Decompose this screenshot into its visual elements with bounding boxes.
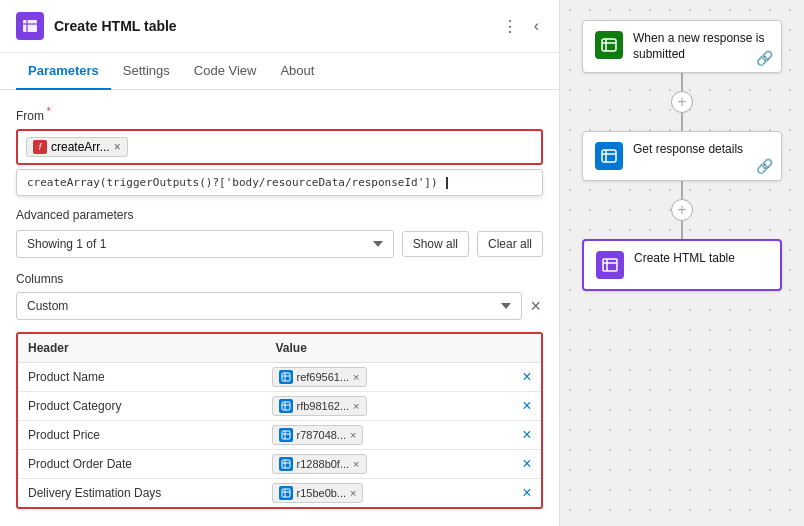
flow-canvas: When a new response is submitted 🔗 + Get…: [560, 0, 804, 526]
show-all-button[interactable]: Show all: [402, 231, 469, 257]
svg-rect-12: [282, 460, 290, 468]
svg-rect-6: [282, 402, 290, 410]
cursor: [446, 177, 448, 189]
svg-rect-0: [23, 20, 37, 32]
header-actions: ⋮ ‹: [498, 15, 543, 38]
columns-select-row: Custom ×: [16, 292, 543, 320]
flow-node-create-html[interactable]: Create HTML table: [582, 239, 782, 291]
tab-settings[interactable]: Settings: [111, 53, 182, 90]
row-delete-3[interactable]: ×: [522, 455, 531, 473]
row-delete-0[interactable]: ×: [522, 368, 531, 386]
value-token-3: r1288b0f... ×: [272, 454, 367, 474]
value-token-0: ref69561... ×: [272, 367, 367, 387]
connector-line-1: [681, 73, 683, 91]
value-icon-4: [279, 486, 293, 500]
row-delete-4[interactable]: ×: [522, 484, 531, 502]
from-token: f createArr... ×: [26, 137, 128, 157]
table-header-row: Header Value: [18, 334, 541, 363]
add-step-1-button[interactable]: +: [671, 91, 693, 113]
value-token-1: rfb98162... ×: [272, 396, 367, 416]
tab-about[interactable]: About: [268, 53, 326, 90]
advanced-params-label: Advanced parameters: [16, 208, 543, 222]
more-options-button[interactable]: ⋮: [498, 15, 522, 38]
columns-table: Header Value Product Name ref69561... ×: [16, 332, 543, 509]
get-response-content: Get response details: [633, 142, 769, 158]
row-value-3: r1288b0f... ×: [266, 450, 514, 478]
from-label: From *: [16, 106, 543, 123]
panel-header: Create HTML table ⋮ ‹: [0, 0, 559, 53]
row-value-4: r15be0b... ×: [266, 479, 514, 507]
token-icon: f: [33, 140, 47, 154]
showing-select[interactable]: Showing 1 of 1: [16, 230, 394, 258]
row-delete-2[interactable]: ×: [522, 426, 531, 444]
tab-code-view[interactable]: Code View: [182, 53, 269, 90]
header-col-actions: [513, 334, 541, 362]
columns-label: Columns: [16, 272, 543, 286]
connector-line-2b: [681, 221, 683, 239]
connector-2: +: [671, 181, 693, 239]
trigger-link-icon: 🔗: [756, 50, 773, 66]
formula-tooltip: createArray(triggerOutputs()?['body/reso…: [16, 169, 543, 196]
value-icon-2: [279, 428, 293, 442]
columns-close-button[interactable]: ×: [528, 297, 543, 315]
collapse-button[interactable]: ‹: [530, 15, 543, 37]
value-icon-3: [279, 457, 293, 471]
panel-body: From * f createArr... × createArray(trig…: [0, 90, 559, 526]
panel-title: Create HTML table: [54, 18, 488, 34]
svg-rect-24: [603, 259, 617, 271]
value-icon-1: [279, 399, 293, 413]
row-header-3: Product Order Date: [18, 450, 266, 478]
tab-parameters[interactable]: Parameters: [16, 53, 111, 90]
table-row: Product Order Date r1288b0f... × ×: [18, 450, 541, 479]
flow-node-get-response[interactable]: Get response details 🔗: [582, 131, 782, 181]
value-text-2: r787048...: [297, 429, 347, 441]
get-response-link-icon: 🔗: [756, 158, 773, 174]
value-icon-0: [279, 370, 293, 384]
add-step-2-button[interactable]: +: [671, 199, 693, 221]
value-close-2[interactable]: ×: [350, 429, 356, 441]
row-value-0: ref69561... ×: [266, 363, 514, 391]
value-token-4: r15be0b... ×: [272, 483, 364, 503]
value-text-1: rfb98162...: [297, 400, 350, 412]
flow-node-trigger[interactable]: When a new response is submitted 🔗: [582, 20, 782, 73]
get-response-icon: [595, 142, 623, 170]
header-col-header: Header: [18, 334, 266, 362]
create-html-title: Create HTML table: [634, 251, 768, 267]
left-panel: Create HTML table ⋮ ‹ Parameters Setting…: [0, 0, 560, 526]
create-html-content: Create HTML table: [634, 251, 768, 267]
connector-line-2: [681, 181, 683, 199]
row-value-2: r787048... ×: [266, 421, 514, 449]
value-close-0[interactable]: ×: [353, 371, 359, 383]
columns-select[interactable]: Custom: [16, 292, 522, 320]
from-input-container[interactable]: f createArr... ×: [16, 129, 543, 165]
trigger-title: When a new response is submitted: [633, 31, 769, 62]
value-text-4: r15be0b...: [297, 487, 347, 499]
token-close-button[interactable]: ×: [114, 141, 121, 153]
row-header-0: Product Name: [18, 363, 266, 391]
table-row: Delivery Estimation Days r15be0b... × ×: [18, 479, 541, 507]
svg-rect-3: [282, 373, 290, 381]
row-value-1: rfb98162... ×: [266, 392, 514, 420]
svg-rect-21: [602, 150, 616, 162]
value-text-3: r1288b0f...: [297, 458, 350, 470]
value-token-2: r787048... ×: [272, 425, 364, 445]
token-text: createArr...: [51, 140, 110, 154]
value-close-4[interactable]: ×: [350, 487, 356, 499]
svg-rect-18: [602, 39, 616, 51]
table-row: Product Price r787048... × ×: [18, 421, 541, 450]
value-close-1[interactable]: ×: [353, 400, 359, 412]
table-row: Product Name ref69561... × ×: [18, 363, 541, 392]
showing-row: Showing 1 of 1 Show all Clear all: [16, 230, 543, 258]
trigger-icon: [595, 31, 623, 59]
svg-rect-15: [282, 489, 290, 497]
value-text-0: ref69561...: [297, 371, 350, 383]
panel-icon: [16, 12, 44, 40]
header-col-value: Value: [266, 334, 514, 362]
value-close-3[interactable]: ×: [353, 458, 359, 470]
tabs-bar: Parameters Settings Code View About: [0, 53, 559, 90]
row-header-1: Product Category: [18, 392, 266, 420]
row-delete-1[interactable]: ×: [522, 397, 531, 415]
create-html-icon: [596, 251, 624, 279]
get-response-title: Get response details: [633, 142, 769, 158]
clear-all-button[interactable]: Clear all: [477, 231, 543, 257]
